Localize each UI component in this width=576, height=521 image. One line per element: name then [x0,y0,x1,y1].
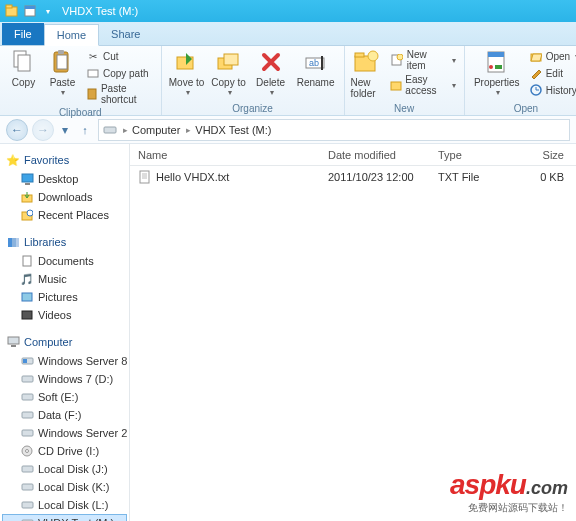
svg-rect-18 [355,53,364,57]
back-button[interactable]: ← [6,119,28,141]
cut-button[interactable]: ✂Cut [84,48,155,64]
history-icon [529,83,543,97]
svg-rect-46 [22,394,33,400]
navigation-pane: ⭐Favorites Desktop Downloads Recent Plac… [0,144,130,521]
up-button[interactable]: ↑ [76,121,94,139]
new-folder-button[interactable]: New folder [351,48,385,99]
chevron-right-icon[interactable]: ▸ [184,125,193,135]
tab-home[interactable]: Home [44,24,99,46]
svg-rect-48 [22,430,33,436]
tab-share[interactable]: Share [99,23,152,45]
rename-button[interactable]: ab Rename [294,48,338,88]
drive-icon [20,390,34,404]
app-icon [4,3,20,19]
column-name[interactable]: Name [130,149,320,161]
file-row[interactable]: Hello VHDX.txt 2011/10/23 12:00 TXT File… [130,166,576,188]
recent-locations-button[interactable]: ▾ [58,119,72,141]
sidebar-item-drive-ws2008[interactable]: Windows Server 2008 [2,424,127,442]
sidebar-item-drive-l[interactable]: Local Disk (L:) [2,496,127,514]
group-open: Properties▾ Open▾ Edit History Open [465,46,576,115]
file-date: 2011/10/23 12:00 [320,171,430,183]
sidebar-item-drive-k[interactable]: Local Disk (K:) [2,478,127,496]
new-folder-icon [352,48,382,76]
properties-button[interactable]: Properties▾ [471,48,523,97]
paste-shortcut-button[interactable]: Paste shortcut [84,82,155,106]
svg-rect-53 [22,502,33,508]
svg-rect-41 [8,337,19,344]
file-list: Name Date modified Type Size Hello VHDX.… [130,144,576,521]
column-size[interactable]: Size [510,149,576,161]
sidebar-item-recent[interactable]: Recent Places [2,206,127,224]
column-type[interactable]: Type [430,149,510,161]
sidebar-computer[interactable]: Computer [2,332,127,352]
breadcrumb-root[interactable]: Computer [132,124,180,136]
edit-button[interactable]: Edit [527,65,576,81]
drive-icon [20,516,34,521]
navigation-bar: ← → ▾ ↑ ▸Computer ▸VHDX Test (M:) [0,116,576,144]
copy-button[interactable]: Copy [6,48,41,88]
sidebar-item-drive-m[interactable]: VHDX Test (M:) [2,514,127,521]
sidebar-favorites[interactable]: ⭐Favorites [2,150,127,170]
paste-button[interactable]: Paste▾ [45,48,80,97]
sidebar-item-cd-drive[interactable]: CD Drive (I:) [2,442,127,460]
history-button[interactable]: History [527,82,576,98]
svg-rect-29 [104,127,116,133]
forward-button[interactable]: → [32,119,54,141]
sidebar-item-drive-j[interactable]: Local Disk (J:) [2,460,127,478]
copy-label: Copy [12,77,35,88]
rename-icon: ab [301,48,331,76]
drive-icon [20,372,34,386]
svg-point-19 [368,51,378,61]
drive-icon [20,498,34,512]
svg-rect-42 [11,345,16,347]
move-to-button[interactable]: Move to▾ [168,48,206,97]
qat-properties-icon[interactable] [22,3,38,19]
sidebar-item-videos[interactable]: Videos [2,306,127,324]
move-to-icon [172,48,202,76]
column-headers: Name Date modified Type Size [130,144,576,166]
svg-rect-44 [23,359,27,363]
sidebar-item-downloads[interactable]: Downloads [2,188,127,206]
chevron-right-icon[interactable]: ▸ [121,125,130,135]
sidebar-item-pictures[interactable]: Pictures [2,288,127,306]
group-open-label: Open [471,102,576,114]
group-new: New folder New item▾ Easy access▾ New [345,46,465,115]
easy-access-icon [390,78,402,92]
sidebar-item-music[interactable]: 🎵Music [2,270,127,288]
drive-icon [20,354,34,368]
svg-rect-47 [22,412,33,418]
group-organize: Move to▾ Copy to▾ Delete▾ ab Rename Orga… [162,46,345,115]
sidebar-item-documents[interactable]: Documents [2,252,127,270]
sidebar-item-drive-e[interactable]: Soft (E:) [2,388,127,406]
delete-icon [256,48,286,76]
drive-icon [20,426,34,440]
svg-rect-8 [58,50,64,54]
new-item-button[interactable]: New item▾ [388,48,457,72]
computer-icon [6,335,20,349]
new-item-icon [390,53,403,67]
copy-to-button[interactable]: Copy to▾ [210,48,248,97]
breadcrumb-current[interactable]: VHDX Test (M:) [195,124,271,136]
copy-path-button[interactable]: Copy path [84,65,155,81]
videos-icon [20,308,34,322]
svg-rect-1 [6,5,12,8]
desktop-icon [20,172,34,186]
svg-rect-30 [22,174,33,182]
qat-dropdown-icon[interactable]: ▾ [40,3,56,19]
sidebar-item-drive-c[interactable]: Windows Server 8 (C:) [2,352,127,370]
delete-button[interactable]: Delete▾ [252,48,290,97]
sidebar-libraries[interactable]: Libraries [2,232,127,252]
easy-access-button[interactable]: Easy access▾ [388,73,457,97]
svg-rect-16 [321,56,323,70]
sidebar-item-drive-d[interactable]: Windows 7 (D:) [2,370,127,388]
group-organize-label: Organize [168,102,338,114]
svg-rect-13 [224,54,238,65]
tab-file[interactable]: File [2,23,44,45]
edit-icon [529,66,543,80]
sidebar-item-desktop[interactable]: Desktop [2,170,127,188]
column-date[interactable]: Date modified [320,149,430,161]
open-button[interactable]: Open▾ [527,48,576,64]
address-bar[interactable]: ▸Computer ▸VHDX Test (M:) [98,119,570,141]
svg-rect-35 [8,238,12,247]
sidebar-item-drive-f[interactable]: Data (F:) [2,406,127,424]
